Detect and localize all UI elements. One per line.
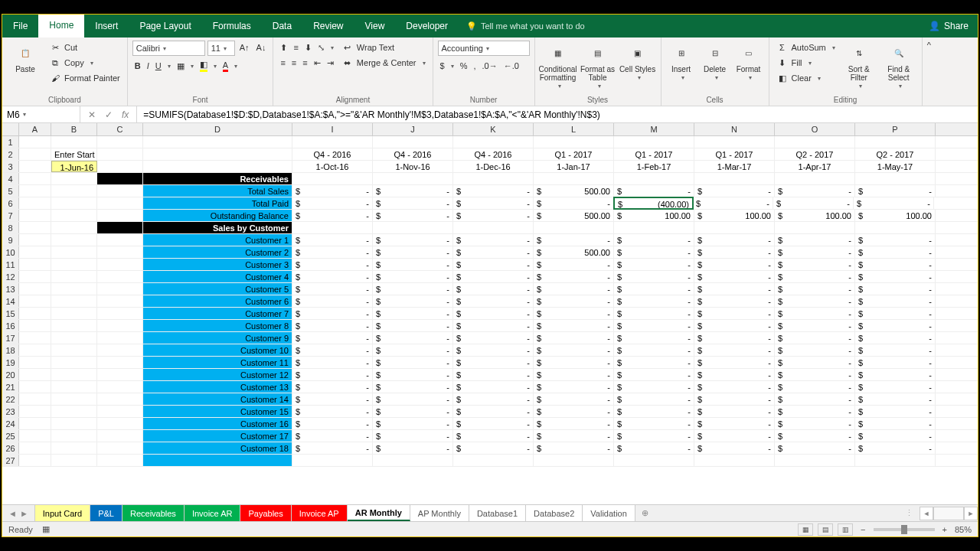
cell-K11[interactable]: $- xyxy=(453,259,534,270)
cell-K5[interactable]: $- xyxy=(453,185,534,197)
tell-me-search[interactable]: 💡 Tell me what you want to do xyxy=(466,15,585,37)
cell-N16[interactable]: $- xyxy=(694,320,775,331)
cell-C22[interactable] xyxy=(97,393,143,405)
page-break-view-button[interactable]: ▥ xyxy=(838,523,853,536)
cell-B25[interactable] xyxy=(51,430,97,442)
cell-L3[interactable]: 1-Jan-17 xyxy=(534,161,614,172)
cell-D13[interactable]: Customer 5 xyxy=(143,283,292,295)
conditional-formatting-button[interactable]: ▦Conditional Formatting xyxy=(540,41,577,94)
cell-P13[interactable]: $- xyxy=(855,283,936,295)
cell-N22[interactable]: $- xyxy=(694,393,775,405)
cell-N18[interactable]: $- xyxy=(694,344,775,356)
border-button[interactable]: ▦ xyxy=(175,59,196,73)
cell-J23[interactable]: $- xyxy=(373,406,453,417)
cell-P16[interactable]: $- xyxy=(855,320,936,331)
row-header-4[interactable]: 4 xyxy=(2,173,19,184)
cell-A17[interactable] xyxy=(19,332,51,344)
cell-L19[interactable]: $- xyxy=(534,357,614,368)
cell-K15[interactable]: $- xyxy=(453,308,534,319)
cell-B13[interactable] xyxy=(51,283,97,295)
fill-color-button[interactable]: ◧ xyxy=(198,59,219,73)
cell-A14[interactable] xyxy=(19,295,51,307)
cell-J7[interactable]: $- xyxy=(373,210,453,221)
cell-L22[interactable]: $- xyxy=(534,393,614,405)
cell-N6[interactable]: $- xyxy=(693,197,773,209)
cell-I15[interactable]: $- xyxy=(292,308,373,319)
increase-indent-button[interactable]: ⇥ xyxy=(325,56,336,70)
name-box[interactable]: M6 xyxy=(2,106,80,122)
cell-P5[interactable]: $- xyxy=(855,185,936,197)
cell-D21[interactable]: Customer 13 xyxy=(143,381,292,393)
font-name-select[interactable]: Calibri xyxy=(132,41,205,56)
cell-K22[interactable]: $- xyxy=(453,393,534,405)
align-top-button[interactable]: ⬆ xyxy=(278,41,289,54)
cell-I13[interactable]: $- xyxy=(292,283,373,295)
cell-A11[interactable] xyxy=(19,259,51,270)
fill-button[interactable]: ⬇Fill xyxy=(774,56,838,70)
formula-input[interactable]: =SUMIFS(Database1!$D:$D,Database1!$A:$A,… xyxy=(137,109,978,120)
decrease-indent-button[interactable]: ⇤ xyxy=(312,56,323,70)
cell-C3[interactable] xyxy=(97,161,143,172)
cell-K7[interactable]: $- xyxy=(453,210,534,221)
tab-view[interactable]: View xyxy=(354,15,396,37)
cell-M11[interactable]: $- xyxy=(614,259,694,270)
cell-C6[interactable] xyxy=(97,197,143,209)
cell-D9[interactable]: Customer 1 xyxy=(143,234,292,246)
cell-B5[interactable] xyxy=(51,185,97,197)
cell-L14[interactable]: $- xyxy=(534,295,614,307)
col-header-C[interactable]: C xyxy=(97,123,143,135)
sheet-tab-invoice-ap[interactable]: Invoice AP xyxy=(292,505,348,521)
col-header-J[interactable]: J xyxy=(373,123,453,135)
cell-J25[interactable]: $- xyxy=(373,430,453,442)
cell-O17[interactable]: $- xyxy=(775,332,855,344)
cell-K6[interactable]: $- xyxy=(453,197,534,209)
page-layout-view-button[interactable]: ▤ xyxy=(818,523,833,536)
sheet-tab-invoice-ar[interactable]: Invoice AR xyxy=(185,505,241,521)
fx-button[interactable]: fx xyxy=(122,109,129,120)
sheet-tab-database2[interactable]: Database2 xyxy=(526,505,583,521)
cell-L25[interactable]: $- xyxy=(534,430,614,442)
autosum-button[interactable]: ΣAutoSum xyxy=(774,41,838,54)
cell-B22[interactable] xyxy=(51,393,97,405)
row-header-3[interactable]: 3 xyxy=(2,161,19,172)
cell-P23[interactable]: $- xyxy=(855,406,936,417)
cell-C11[interactable] xyxy=(97,259,143,270)
cell-M8[interactable] xyxy=(614,222,694,233)
cell-I14[interactable]: $- xyxy=(292,295,373,307)
cell-L21[interactable]: $- xyxy=(534,381,614,393)
cell-J20[interactable]: $- xyxy=(373,369,453,380)
cell-J4[interactable] xyxy=(373,173,453,184)
cell-M22[interactable]: $- xyxy=(614,393,694,405)
tab-nav[interactable]: ◄► xyxy=(2,505,35,521)
cell-J1[interactable] xyxy=(373,136,453,148)
cell-M1[interactable] xyxy=(614,136,694,148)
scroll-left-button[interactable]: ◄ xyxy=(920,507,933,520)
cell-N12[interactable]: $- xyxy=(694,271,775,282)
normal-view-button[interactable]: ▦ xyxy=(798,523,813,536)
align-middle-button[interactable]: ≡ xyxy=(291,41,300,54)
cell-C4[interactable] xyxy=(97,173,143,184)
cell-M16[interactable]: $- xyxy=(614,320,694,331)
cell-O4[interactable] xyxy=(775,173,855,184)
row-header-17[interactable]: 17 xyxy=(2,332,19,344)
cell-K4[interactable] xyxy=(453,173,534,184)
cell-O1[interactable] xyxy=(775,136,855,148)
cell-N7[interactable]: $100.00 xyxy=(694,210,775,221)
cell-J19[interactable]: $- xyxy=(373,357,453,368)
cell-O10[interactable]: $- xyxy=(775,246,855,258)
cell-O12[interactable]: $- xyxy=(775,271,855,282)
cell-L5[interactable]: $500.00 xyxy=(534,185,614,197)
cell-C16[interactable] xyxy=(97,320,143,331)
sheet-tab-input-card[interactable]: Input Card xyxy=(35,505,90,521)
sheet-tab-receivables[interactable]: Receivables xyxy=(122,505,185,521)
cell-D7[interactable]: Outstanding Balance xyxy=(143,210,292,221)
row-header-5[interactable]: 5 xyxy=(2,185,19,197)
cell-D16[interactable]: Customer 8 xyxy=(143,320,292,331)
cell-N4[interactable] xyxy=(694,173,775,184)
sheet-tab-payables[interactable]: Payables xyxy=(240,505,291,521)
cell-I16[interactable]: $- xyxy=(292,320,373,331)
cell-B2[interactable]: Enter Start Date xyxy=(51,148,97,160)
col-header-B[interactable]: B xyxy=(51,123,97,135)
cell-A18[interactable] xyxy=(19,344,51,356)
collapse-ribbon[interactable]: ^ xyxy=(923,37,932,106)
